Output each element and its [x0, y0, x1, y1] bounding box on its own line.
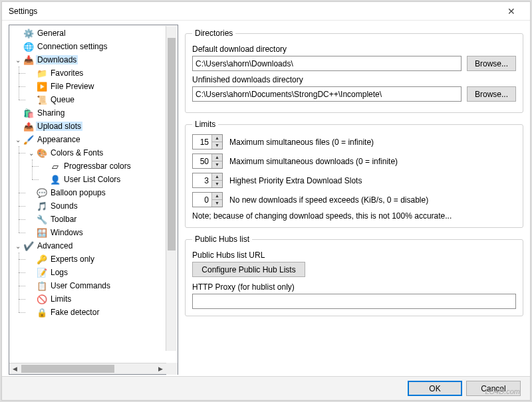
close-button[interactable]: ✕ — [498, 2, 525, 20]
public-hubs-legend: Public Hubs list — [192, 235, 252, 244]
spin-down-icon[interactable]: ▼ — [212, 200, 222, 207]
tree-item-queue[interactable]: 📜Queue — [25, 93, 178, 106]
windows-icon: 🪟 — [36, 227, 48, 238]
tree-item-label: Queue — [49, 95, 76, 104]
tree-item-connection-settings[interactable]: 🌐Connection settings — [12, 40, 178, 53]
tree-item-logs[interactable]: 📝Logs — [25, 266, 178, 279]
tree-item-label: Limits — [49, 294, 72, 304]
limit-spinner-0[interactable]: ▲▼ — [192, 134, 223, 150]
limit-value-input[interactable] — [193, 193, 211, 207]
scroll-right-icon[interactable]: ▶ — [155, 363, 166, 374]
browse-default-button[interactable]: Browse... — [467, 56, 516, 71]
scrollbar-thumb[interactable] — [168, 38, 176, 251]
limit-value-input[interactable] — [193, 154, 211, 168]
tree-item-upload-slots[interactable]: 📤Upload slots — [12, 120, 178, 133]
tree-spacer — [40, 175, 49, 184]
tree-vertical-scrollbar[interactable] — [166, 26, 177, 351]
tree-item-user-commands[interactable]: 📋User Commands — [25, 279, 178, 292]
tree-item-appearance[interactable]: ⌄🖌️Appearance — [12, 133, 178, 146]
tree-item-downloads[interactable]: ⌄📥Downloads — [12, 53, 178, 66]
limit-spinner-3[interactable]: ▲▼ — [192, 192, 223, 207]
tree-item-label: General — [36, 29, 67, 38]
http-proxy-input[interactable] — [192, 294, 516, 309]
settings-tree[interactable]: ⚙️General🌐Connection settings⌄📥Downloads… — [9, 27, 178, 319]
default-dir-label: Default download directory — [192, 45, 516, 54]
tree-spacer — [27, 201, 36, 211]
tree-item-limits[interactable]: 🚫Limits — [25, 292, 178, 306]
tree-item-sharing[interactable]: 🛍️Sharing — [12, 106, 178, 120]
connection-settings-icon: 🌐 — [23, 41, 35, 52]
collapse-icon[interactable]: ⌄ — [13, 241, 23, 251]
configure-hub-lists-button[interactable]: Configure Public Hub Lists — [192, 262, 305, 277]
limit-value-input[interactable] — [193, 135, 211, 149]
tree-spacer — [13, 108, 23, 118]
directories-group: Directories Default download directory B… — [185, 29, 523, 113]
tree-item-label: Connection settings — [36, 42, 108, 51]
spin-down-icon[interactable]: ▼ — [212, 142, 222, 149]
tree-item-label: Downloads — [36, 55, 78, 64]
tree-item-sounds[interactable]: 🎵Sounds — [25, 199, 178, 213]
spin-up-icon[interactable]: ▲ — [212, 154, 222, 161]
tree-spacer — [13, 122, 23, 131]
directories-legend: Directories — [192, 29, 235, 38]
scroll-left-icon[interactable]: ◀ — [9, 363, 21, 374]
tree-spacer — [13, 29, 23, 38]
collapse-icon[interactable]: ⌄ — [13, 135, 23, 144]
tree-item-label: Colors & Fonts — [49, 148, 104, 157]
tree-item-balloon-popups[interactable]: 💬Balloon popups — [25, 186, 178, 199]
tree-spacer — [27, 294, 36, 304]
tree-item-label: User List Colors — [63, 175, 122, 184]
cancel-button[interactable]: Cancel — [466, 381, 521, 396]
window-title: Settings — [9, 7, 498, 16]
tree-item-label: Logs — [49, 268, 69, 277]
tree-spacer — [27, 188, 36, 197]
user-list-colors-icon: 👤 — [49, 174, 61, 185]
limit-row: ▲▼Maximum simultaneous downloads (0 = in… — [192, 153, 516, 169]
logs-icon: 📝 — [36, 267, 48, 278]
browse-unfinished-button[interactable]: Browse... — [467, 86, 516, 102]
unfinished-dir-input[interactable] — [192, 86, 462, 102]
tree-item-experts-only[interactable]: 🔑Experts only — [25, 252, 178, 266]
limit-value-input[interactable] — [193, 173, 211, 187]
tree-spacer — [27, 215, 36, 224]
limit-label: Maximum simultaneous downloads (0 = infi… — [229, 157, 398, 166]
collapse-icon[interactable]: ⌄ — [13, 55, 23, 64]
balloon-popups-icon: 💬 — [36, 187, 48, 198]
spin-down-icon[interactable]: ▼ — [212, 181, 222, 187]
ok-button[interactable]: OK — [408, 381, 462, 396]
spin-up-icon[interactable]: ▲ — [212, 173, 222, 181]
tree-horizontal-scrollbar[interactable]: ◀ ▶ — [9, 363, 178, 374]
tree-item-windows[interactable]: 🪟Windows — [25, 226, 178, 239]
tree-item-colors-fonts[interactable]: ⌄🎨Colors & Fonts — [25, 146, 178, 159]
tree-item-label: File Preview — [49, 82, 95, 91]
limit-spinner-1[interactable]: ▲▼ — [192, 153, 223, 169]
favorites-icon: 📁 — [36, 68, 48, 78]
spin-up-icon[interactable]: ▲ — [212, 193, 222, 200]
spin-up-icon[interactable]: ▲ — [212, 135, 222, 142]
http-proxy-label: HTTP Proxy (for hublist only) — [192, 282, 516, 292]
tree-item-label: Sharing — [36, 108, 66, 118]
spin-down-icon[interactable]: ▼ — [212, 161, 222, 168]
tree-item-user-list-colors[interactable]: 👤User List Colors — [39, 173, 178, 186]
tree-spacer — [27, 68, 36, 78]
tree-spacer — [27, 281, 36, 290]
settings-tree-pane: ⚙️General🌐Connection settings⌄📥Downloads… — [9, 25, 178, 375]
tree-item-label: Progressbar colors — [63, 161, 132, 171]
tree-item-progressbar-colors[interactable]: ▱Progressbar colors — [39, 159, 178, 173]
tree-item-advanced[interactable]: ⌄✔️Advanced — [12, 239, 178, 252]
appearance-icon: 🖌️ — [23, 134, 35, 145]
tree-spacer — [27, 254, 36, 264]
scrollbar-thumb[interactable] — [21, 365, 114, 373]
collapse-icon[interactable]: ⌄ — [27, 148, 36, 157]
limit-spinner-2[interactable]: ▲▼ — [192, 173, 223, 188]
tree-item-favorites[interactable]: 📁Favorites — [25, 66, 178, 80]
default-dir-input[interactable] — [192, 56, 462, 71]
tree-item-label: Toolbar — [49, 215, 78, 224]
tree-item-fake-detector[interactable]: 🔒Fake detector — [25, 306, 178, 319]
limits-group: Limits ▲▼Maximum simultaneous files (0 =… — [185, 120, 523, 228]
tree-item-toolbar[interactable]: 🔧Toolbar — [25, 213, 178, 226]
tree-item-general[interactable]: ⚙️General — [12, 27, 178, 40]
tree-item-file-preview[interactable]: ▶️File Preview — [25, 80, 178, 93]
tree-item-label: Windows — [49, 228, 84, 237]
limits-note: Note; because of changing download speed… — [192, 211, 516, 221]
